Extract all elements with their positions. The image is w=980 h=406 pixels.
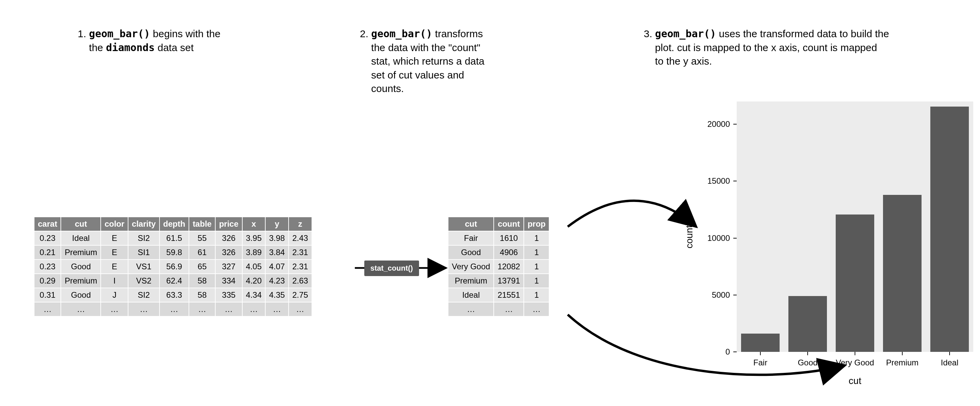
table-cell: 3.95: [242, 231, 266, 245]
table-cell: Premium: [61, 274, 101, 288]
table-cell: 4.35: [265, 288, 289, 302]
caption-2-rest-e: counts.: [371, 83, 404, 94]
table-header: prop: [524, 217, 549, 231]
table-cell: Good: [448, 245, 494, 259]
table-cell: …: [101, 302, 128, 316]
caption-1-post: data set: [155, 42, 194, 53]
table-header: clarity: [128, 217, 159, 231]
table-cell: 61.5: [159, 231, 189, 245]
caption-1-code1: geom_bar(): [89, 28, 150, 40]
table-cell: 3.84: [265, 245, 289, 259]
table-header: z: [289, 217, 312, 231]
table-cell: SI2: [128, 288, 159, 302]
table-cell: …: [61, 302, 101, 316]
caption-step-3: 3. geom_bar() uses the transformed data …: [644, 27, 965, 68]
table-cell: 4.20: [242, 274, 266, 288]
chart-bar: [836, 214, 875, 352]
y-tick-label: 15000: [700, 176, 730, 186]
table-header: table: [189, 217, 215, 231]
table-row: 0.29PremiumIVS262.4583344.204.232.63: [34, 274, 312, 288]
table-cell: …: [159, 302, 189, 316]
table-cell: …: [265, 302, 289, 316]
y-tick-label: 5000: [700, 290, 730, 300]
table-cell: Ideal: [448, 288, 494, 302]
table-cell: …: [448, 302, 494, 316]
table-cell: I: [101, 274, 128, 288]
bar-chart: count 05000100001500020000 FairGoodVery …: [676, 95, 980, 399]
caption-step-1: 1. geom_bar() begins with the the diamon…: [78, 27, 253, 54]
diamonds-table: caratcutcolorclaritydepthtablepricexyz0.…: [34, 217, 312, 316]
x-tick-mark: [949, 352, 950, 355]
table-cell: 326: [215, 245, 242, 259]
x-tick-label: Fair: [753, 358, 767, 368]
x-tick-mark: [760, 352, 761, 355]
table-cell: 0.31: [34, 288, 61, 302]
table-cell: 65: [189, 259, 215, 274]
table-header: count: [494, 217, 524, 231]
caption-1-line2pre: the: [89, 42, 106, 53]
table-cell: 61: [189, 245, 215, 259]
table-cell: VS2: [128, 274, 159, 288]
table-cell: J: [101, 288, 128, 302]
caption-2-rest-b: the data with the "count": [371, 42, 480, 53]
table-cell: 3.98: [265, 231, 289, 245]
table-cell: 13791: [494, 274, 524, 288]
table-cell: 3.89: [242, 245, 266, 259]
table-cell: 0.29: [34, 274, 61, 288]
x-tick-mark: [807, 352, 808, 355]
table-row: Premium137911: [448, 274, 549, 288]
table-cell: 63.3: [159, 288, 189, 302]
table-cell: Premium: [448, 274, 494, 288]
table-cell: 2.63: [289, 274, 312, 288]
y-tick-label: 10000: [700, 233, 730, 243]
x-tick-label: Very Good: [836, 358, 874, 368]
caption-2-rest-c: stat, which returns a data: [371, 56, 484, 67]
table-cell: Good: [61, 288, 101, 302]
table-cell: 58: [189, 274, 215, 288]
table-cell: VS1: [128, 259, 159, 274]
counts-table: cutcountpropFair16101Good49061Very Good1…: [448, 217, 549, 316]
table-cell: 0.23: [34, 259, 61, 274]
chart-bar: [883, 195, 922, 352]
x-tick-label: Premium: [886, 358, 918, 368]
table-row: 0.31GoodJSI263.3583354.344.352.75: [34, 288, 312, 302]
table-cell: 1: [524, 259, 549, 274]
table-cell: …: [242, 302, 266, 316]
caption-3-rest-a: uses the transformed data to build the: [716, 28, 889, 39]
table-cell: 1: [524, 245, 549, 259]
table-cell: 21551: [494, 288, 524, 302]
caption-3-rest-b: plot. cut is mapped to the x axis, count…: [655, 42, 877, 53]
chart-panel: [737, 101, 973, 352]
x-tick-label: Ideal: [941, 358, 958, 368]
table-cell: SI1: [128, 245, 159, 259]
chart-bar: [741, 334, 780, 352]
table-cell: …: [128, 302, 159, 316]
table-header: depth: [159, 217, 189, 231]
table-row: ………: [448, 302, 549, 316]
table-cell: Good: [61, 259, 101, 274]
table-cell: E: [101, 259, 128, 274]
table-cell: …: [215, 302, 242, 316]
caption-3-code: geom_bar(): [655, 28, 716, 40]
table-header: cut: [61, 217, 101, 231]
chart-bar: [788, 296, 827, 352]
caption-3-rest-c: to the y axis.: [655, 56, 712, 67]
caption-step-2: 2. geom_bar() transforms the data with t…: [360, 27, 556, 96]
table-row: Good49061: [448, 245, 549, 259]
table-cell: Fair: [448, 231, 494, 245]
table-cell: 12082: [494, 259, 524, 274]
table-cell: 4.23: [265, 274, 289, 288]
table-cell: 4.07: [265, 259, 289, 274]
y-tick-mark: [733, 181, 737, 181]
chart-bar: [930, 107, 969, 352]
table-row: 0.23IdealESI261.5553263.953.982.43: [34, 231, 312, 245]
caption-1-mid: begins with the: [150, 28, 220, 39]
caption-1-code2: diamonds: [106, 42, 155, 53]
y-tick-label: 20000: [700, 120, 730, 129]
table-cell: …: [524, 302, 549, 316]
table-header: color: [101, 217, 128, 231]
y-tick-mark: [733, 352, 737, 352]
table-cell: 55: [189, 231, 215, 245]
table-cell: 58: [189, 288, 215, 302]
table-cell: 4.34: [242, 288, 266, 302]
